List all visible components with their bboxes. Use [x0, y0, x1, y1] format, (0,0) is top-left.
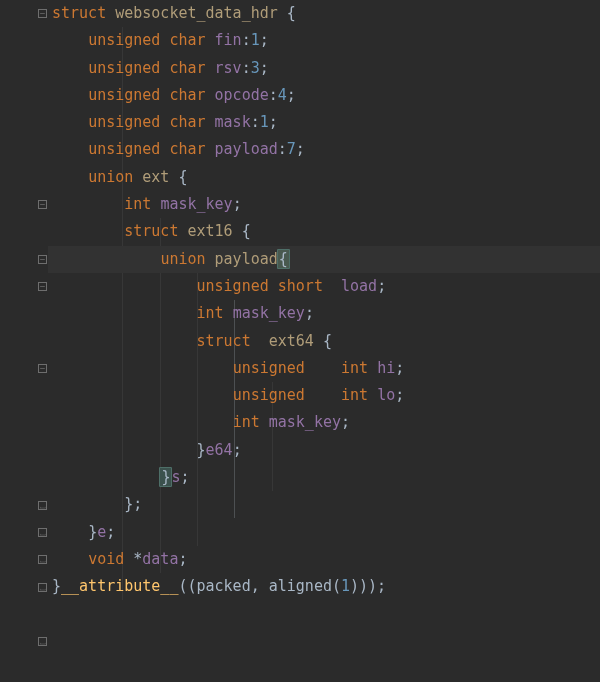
type-name: websocket_data_hdr	[115, 4, 278, 22]
fold-toggle-icon[interactable]: −	[38, 282, 47, 291]
code-line-current[interactable]: union payload{	[52, 246, 600, 273]
keyword: char	[169, 31, 205, 49]
keyword: char	[169, 59, 205, 77]
field: e64	[206, 441, 233, 459]
keyword: unsigned	[197, 277, 269, 295]
keyword: struct	[124, 222, 178, 240]
code-line[interactable]: };	[52, 491, 600, 518]
keyword: int	[124, 195, 151, 213]
code-line[interactable]: unsigned char fin:1;	[52, 27, 600, 54]
field: e	[97, 523, 106, 541]
keyword: unsigned	[233, 386, 305, 404]
keyword: char	[169, 86, 205, 104]
fold-toggle-icon[interactable]: −	[38, 255, 47, 264]
code-area[interactable]: struct websocket_data_hdr { unsigned cha…	[48, 0, 600, 682]
keyword: int	[341, 359, 368, 377]
code-line[interactable]: struct ext64 {	[52, 328, 600, 355]
field: rsv	[215, 59, 242, 77]
field: fin	[215, 31, 242, 49]
code-line[interactable]: }s;	[52, 464, 600, 491]
code-line[interactable]: unsigned char payload:7;	[52, 136, 600, 163]
code-line[interactable]: unsigned char mask:1;	[52, 109, 600, 136]
code-line[interactable]: unsigned int lo;	[52, 382, 600, 409]
gutter: − − − − − ⎵ ⎵ ⎵ ⎵ ⎵	[0, 0, 48, 682]
code-line[interactable]: unsigned char rsv:3;	[52, 55, 600, 82]
keyword: struct	[52, 4, 106, 22]
keyword: int	[341, 386, 368, 404]
code-line[interactable]: }e;	[52, 519, 600, 546]
attribute: __attribute__	[61, 577, 178, 595]
code-line[interactable]: unsigned short load;	[52, 273, 600, 300]
brace-open: {	[277, 249, 290, 269]
ident: aligned	[269, 577, 332, 595]
keyword: int	[197, 304, 224, 322]
keyword: unsigned	[88, 86, 160, 104]
keyword: int	[233, 413, 260, 431]
number: 7	[287, 140, 296, 158]
ident: packed	[197, 577, 251, 595]
code-line[interactable]: unsigned int hi;	[52, 355, 600, 382]
code-line[interactable]: union ext {	[52, 164, 600, 191]
type-name: ext	[142, 168, 169, 186]
type-name: ext16	[187, 222, 232, 240]
field: payload	[215, 140, 278, 158]
code-line[interactable]: struct ext16 {	[52, 218, 600, 245]
fold-end-icon[interactable]: ⎵	[38, 555, 47, 564]
field: data	[142, 550, 178, 568]
code-line[interactable]: int mask_key;	[52, 300, 600, 327]
keyword: unsigned	[88, 140, 160, 158]
fold-toggle-icon[interactable]: −	[38, 200, 47, 209]
keyword: union	[88, 168, 133, 186]
keyword: unsigned	[88, 31, 160, 49]
code-line[interactable]: }__attribute__((packed, aligned(1)));	[52, 573, 600, 600]
fold-end-icon[interactable]: ⎵	[38, 637, 47, 646]
code-line[interactable]: struct websocket_data_hdr {	[52, 0, 600, 27]
code-editor[interactable]: − − − − − ⎵ ⎵ ⎵ ⎵ ⎵ struct websocket_dat…	[0, 0, 600, 682]
code-line[interactable]: int mask_key;	[52, 191, 600, 218]
field: opcode	[215, 86, 269, 104]
fold-end-icon[interactable]: ⎵	[38, 528, 47, 537]
field: load	[341, 277, 377, 295]
field: hi	[377, 359, 395, 377]
keyword: union	[160, 250, 205, 268]
number: 1	[251, 31, 260, 49]
field: mask	[215, 113, 251, 131]
keyword: unsigned	[88, 59, 160, 77]
keyword: struct	[197, 332, 251, 350]
keyword: void	[88, 550, 124, 568]
code-line[interactable]: }e64;	[52, 437, 600, 464]
number: 3	[251, 59, 260, 77]
keyword: unsigned	[88, 113, 160, 131]
number: 1	[341, 577, 350, 595]
number: 1	[260, 113, 269, 131]
field: mask_key	[160, 195, 232, 213]
brace: {	[287, 4, 296, 22]
field: mask_key	[269, 413, 341, 431]
type-name: payload	[215, 250, 278, 268]
fold-end-icon[interactable]: ⎵	[38, 501, 47, 510]
number: 4	[278, 86, 287, 104]
code-line[interactable]: void *data;	[52, 546, 600, 573]
keyword: char	[169, 140, 205, 158]
fold-toggle-icon[interactable]: −	[38, 9, 47, 18]
keyword: unsigned	[233, 359, 305, 377]
field: mask_key	[233, 304, 305, 322]
fold-end-icon[interactable]: ⎵	[38, 583, 47, 592]
type-name: ext64	[269, 332, 314, 350]
keyword: char	[169, 113, 205, 131]
keyword: short	[278, 277, 323, 295]
fold-toggle-icon[interactable]: −	[38, 364, 47, 373]
code-line[interactable]: int mask_key;	[52, 409, 600, 436]
code-line[interactable]: unsigned char opcode:4;	[52, 82, 600, 109]
field: lo	[377, 386, 395, 404]
